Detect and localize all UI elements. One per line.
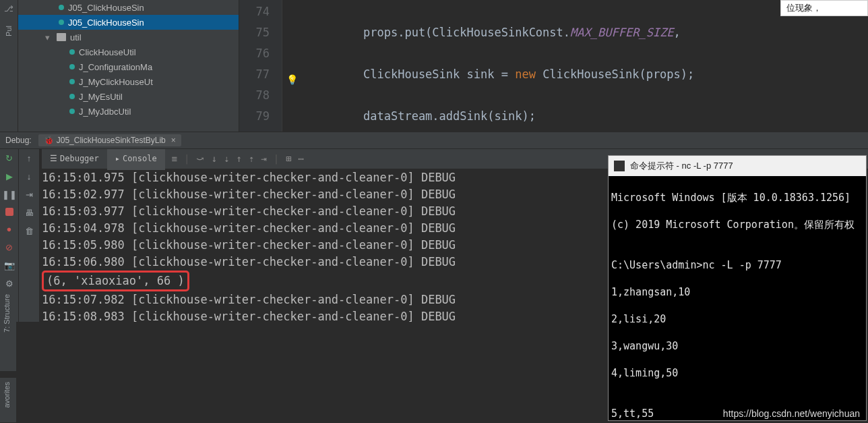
tab-label: Debugger (60, 150, 99, 167)
scroll-down-icon[interactable]: ↓ (27, 171, 32, 181)
tree-item[interactable]: ClickHouseUtil (18, 45, 239, 59)
tree-item[interactable]: J05_ClickHouseSin (18, 0, 239, 15)
class-icon (69, 79, 75, 84)
class-icon (59, 5, 64, 10)
tree-item-label: util (70, 32, 82, 43)
close-icon[interactable]: × (171, 136, 176, 145)
project-tree[interactable]: J05_ClickHouseSinJ05_ClickHouseSinutilCl… (18, 0, 239, 132)
line-number: 77 (239, 64, 270, 85)
tree-item-label: J05_ClickHouseSin (68, 3, 144, 13)
code-token: ClickHouseSink sink = (363, 67, 515, 81)
editor-tooltip: 位现象， (780, 0, 868, 16)
debug-session-tab[interactable]: 🐞 J05_ClickHouseSinkTestByLib × (38, 134, 181, 146)
cmd-line: C:\Users\admin>nc -L -p 7777 (611, 258, 863, 272)
tab-console[interactable]: ▸Console (107, 149, 165, 170)
debug-label: Debug: (5, 136, 32, 145)
step-out-icon[interactable]: ↑ (236, 150, 241, 167)
structure-label: 7: Structure (0, 290, 13, 337)
settings-icon[interactable]: ⚙ (5, 279, 13, 289)
tree-item-label: ClickHouseUtil (79, 47, 136, 57)
left-tool-strip: ⎇ Pul (0, 0, 18, 132)
cmd-line: 4,liming,50 (611, 366, 863, 380)
step-toolbar: ≡ | ⤻ ↓ ⇣ ↑ ⇡ ⇥ | ⊞ ⋯ (165, 150, 311, 167)
scroll-up-icon[interactable]: ↑ (27, 153, 32, 163)
console-icon: ▸ (115, 150, 120, 167)
tree-item[interactable]: J_ConfigurationMa (18, 59, 239, 74)
watermark: https://blog.csdn.net/wenyichuan (723, 408, 860, 419)
line-number: 74 (239, 1, 270, 22)
intention-bulb-icon[interactable]: 💡 (286, 74, 298, 85)
tree-item-label: J05_ClickHouseSin (68, 18, 144, 28)
stop-icon[interactable] (5, 208, 13, 216)
console-actions-column: ↑ ↓ ⇥ 🖶 🗑 (19, 149, 39, 322)
line-number: 79 (239, 106, 270, 127)
tree-item[interactable]: util (18, 30, 239, 45)
evaluate-icon[interactable]: ⊞ (286, 150, 291, 167)
class-icon (59, 20, 64, 25)
cmd-line: 1,zhangsan,10 (611, 285, 863, 299)
tab-debugger[interactable]: ☰Debugger (42, 149, 107, 170)
bug-icon: 🐞 (44, 136, 54, 145)
cmd-line: (c) 2019 Microsoft Corporation。保留所有权 (611, 218, 863, 231)
tree-item-label: J_ConfigurationMa (79, 62, 152, 72)
run-to-cursor-icon[interactable]: ⇥ (261, 150, 266, 167)
line-number: 75 (239, 22, 270, 43)
mute-breakpoints-icon[interactable]: ⊘ (5, 242, 13, 252)
cmd-line: Microsoft Windows [版本 10.0.18363.1256] (611, 191, 863, 204)
class-icon (69, 94, 75, 99)
rerun-icon[interactable]: ↻ (5, 153, 13, 163)
class-icon (69, 109, 75, 114)
code-constant: MAX_BUFFER_SIZE (570, 26, 674, 39)
pause-icon[interactable]: ❚❚ (2, 190, 17, 200)
camera-icon[interactable]: 📷 (4, 260, 15, 271)
soft-wrap-icon[interactable]: ⇥ (26, 190, 33, 200)
force-step-into-icon[interactable]: ⇣ (224, 150, 229, 167)
code-editor[interactable]: 747576777879 💡 props.put(ClickHouseSinkC… (239, 0, 868, 132)
tree-item-label: J_MyEsUtil (79, 92, 123, 102)
resume-icon[interactable]: ▶ (6, 171, 13, 181)
step-over-icon[interactable]: ⤻ (196, 150, 204, 167)
favorites-label: avorites (0, 378, 13, 412)
code-token: props.put(ClickHouseSinkConst. (363, 26, 570, 39)
branch-icon[interactable]: ⎇ (4, 4, 13, 13)
class-icon (69, 49, 75, 55)
code-token: ClickHouseSink(props); (536, 67, 694, 81)
folder-icon (57, 33, 66, 41)
tree-item[interactable]: J_MyEsUtil (18, 89, 239, 104)
pull-tab-label[interactable]: Pul (5, 26, 13, 36)
code-area[interactable]: props.put(ClickHouseSinkConst.MAX_BUFFER… (282, 0, 868, 132)
step-list-icon[interactable]: ≡ (172, 150, 177, 167)
breakpoint-icon[interactable]: ● (7, 224, 12, 234)
cmd-line: 2,lisi,20 (611, 312, 863, 326)
line-number: 78 (239, 85, 270, 106)
tree-item[interactable]: J_MyJdbcUtil (18, 104, 239, 119)
code-keyword: new (515, 67, 536, 81)
line-number: 76 (239, 43, 270, 64)
tree-item[interactable]: J05_ClickHouseSin (18, 15, 239, 30)
trace-icon[interactable]: ⋯ (299, 150, 304, 167)
clear-icon[interactable]: 🗑 (25, 226, 34, 236)
debug-tab-label: J05_ClickHouseSinkTestByLib (57, 136, 166, 145)
cmd-icon (614, 161, 625, 171)
code-token: dataStream.addSink(sink); (363, 109, 536, 123)
line-gutter: 747576777879 (239, 0, 282, 132)
cmd-line: 3,wangwu,30 (611, 339, 863, 353)
cmd-title-text: 命令提示符 - nc -L -p 7777 (630, 159, 733, 173)
tab-label: Console (123, 150, 157, 167)
class-icon (69, 64, 75, 69)
highlighted-log-line: (6, 'xiaoxiao', 66 ) (42, 271, 189, 291)
cmd-titlebar[interactable]: 命令提示符 - nc -L -p 7777 (609, 156, 866, 176)
code-token: , (674, 26, 681, 39)
step-into-icon[interactable]: ↓ (211, 150, 216, 167)
cmd-window[interactable]: 命令提示符 - nc -L -p 7777 Microsoft Windows … (608, 155, 867, 421)
tree-item-label: J_MyClickHouseUt (79, 77, 153, 87)
tree-item-label: J_MyJdbcUtil (79, 107, 131, 117)
tree-item[interactable]: J_MyClickHouseUt (18, 74, 239, 89)
drop-frame-icon[interactable]: ⇡ (249, 150, 254, 167)
print-icon[interactable]: 🖶 (25, 208, 34, 218)
structure-tool-tab[interactable]: 7: Structure (0, 290, 16, 371)
cmd-body[interactable]: Microsoft Windows [版本 10.0.18363.1256] (… (609, 176, 866, 423)
debugger-icon: ☰ (50, 150, 57, 167)
favorites-tool-tab[interactable]: avorites (0, 378, 16, 422)
